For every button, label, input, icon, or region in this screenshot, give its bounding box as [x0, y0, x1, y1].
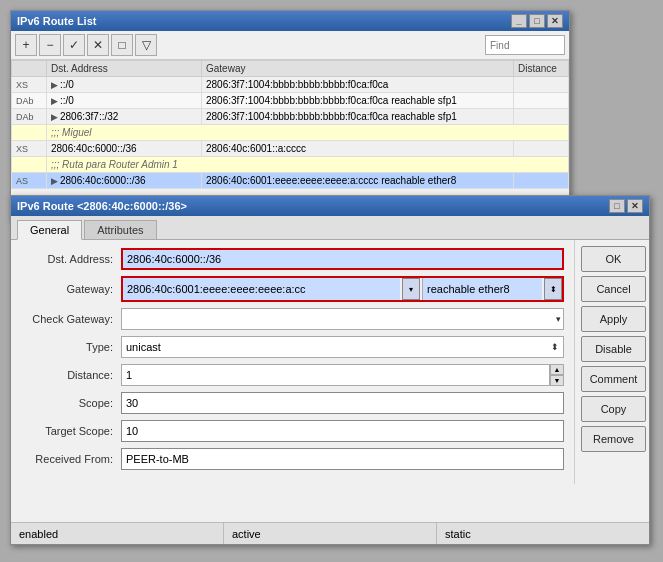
detail-title-btns: □ ✕ — [609, 199, 643, 213]
dst-address-label: Dst. Address: — [21, 253, 121, 265]
dst-address-input[interactable] — [121, 248, 564, 270]
check-gateway-row: Check Gateway: ▾ — [21, 308, 564, 330]
table-row[interactable]: DAb ▶2806:3f7::/32 2806:3f7:1004:bbbb:bb… — [12, 109, 569, 125]
toolbar: + − ✓ ✕ □ ▽ — [11, 31, 569, 60]
dist-cell — [514, 93, 569, 109]
check-gateway-label: Check Gateway: — [21, 313, 121, 325]
side-buttons: OK Cancel Apply Disable Comment Copy Rem… — [574, 240, 649, 484]
gateway-suffix-input[interactable] — [422, 278, 542, 300]
add-btn[interactable]: + — [15, 34, 37, 56]
tab-general[interactable]: General — [17, 220, 82, 240]
table-row[interactable]: XS 2806:40c:6000::/36 2806:40c:6001::a:c… — [12, 141, 569, 157]
dist-cell — [514, 77, 569, 93]
comment-button[interactable]: Comment — [581, 366, 646, 392]
route-list-window: IPv6 Route List _ □ ✕ + − ✓ ✕ □ ▽ Dst. A… — [10, 10, 570, 220]
type-label: Type: — [21, 341, 121, 353]
cross-btn[interactable]: ✕ — [87, 34, 109, 56]
dist-cell — [514, 173, 569, 189]
gateway-suffix-dropdown-btn[interactable]: ⬍ — [544, 278, 562, 300]
comment-cell: ;;; Ruta para Router Admin 1 — [47, 157, 569, 173]
flag-cell: XS — [12, 141, 47, 157]
route-detail-window: IPv6 Route <2806:40c:6000::/36> □ ✕ Gene… — [10, 195, 650, 545]
distance-up-btn[interactable]: ▲ — [550, 364, 564, 375]
dst-cell: ▶::/0 — [47, 77, 202, 93]
table-row-selected[interactable]: AS ▶2806:40c:6000::/36 2806:40c:6001:eee… — [12, 173, 569, 189]
gateway-input-group: ▾ ⬍ — [121, 276, 564, 302]
detail-close-btn[interactable]: ✕ — [627, 199, 643, 213]
table-scroll[interactable]: Dst. Address Gateway Distance XS ▶::/0 2… — [11, 60, 569, 209]
flag-cell: XS — [12, 77, 47, 93]
gw-cell: 2806:40c:6001::a:cccc — [202, 141, 514, 157]
status-static: static — [437, 523, 649, 544]
gw-cell: 2806:3f7:1004:bbbb:bbbb:bbbb:f0ca:f0ca — [202, 77, 514, 93]
route-list-content: + − ✓ ✕ □ ▽ Dst. Address Gateway Distanc… — [11, 31, 569, 209]
distance-down-btn[interactable]: ▼ — [550, 375, 564, 386]
comment-cell: ;;; Miguel — [47, 125, 569, 141]
filter-btn[interactable]: ▽ — [135, 34, 157, 56]
col-dst: Dst. Address — [47, 61, 202, 77]
route-list-title-bar[interactable]: IPv6 Route List _ □ ✕ — [11, 11, 569, 31]
distance-value: 1 — [126, 369, 132, 381]
route-detail-title: IPv6 Route <2806:40c:6000::/36> — [17, 200, 187, 212]
col-gateway: Gateway — [202, 61, 514, 77]
dist-cell — [514, 109, 569, 125]
flag-cell: AS — [12, 173, 47, 189]
flag-cell: DAb — [12, 109, 47, 125]
copy-button[interactable]: Copy — [581, 396, 646, 422]
gw-cell: 2806:3f7:1004:bbbb:bbbb:bbbb:f0ca:f0ca r… — [202, 109, 514, 125]
check-gateway-input[interactable]: ▾ — [121, 308, 564, 330]
distance-row: Distance: 1 ▲ ▼ — [21, 364, 564, 386]
table-row[interactable]: XS ▶::/0 2806:3f7:1004:bbbb:bbbb:bbbb:f0… — [12, 77, 569, 93]
gateway-input[interactable] — [123, 278, 400, 300]
table-row-comment[interactable]: ;;; Miguel — [12, 125, 569, 141]
ok-button[interactable]: OK — [581, 246, 646, 272]
gateway-label: Gateway: — [21, 283, 121, 295]
dst-cell: ▶2806:3f7::/32 — [47, 109, 202, 125]
tab-bar: General Attributes — [11, 216, 649, 240]
cancel-button[interactable]: Cancel — [581, 276, 646, 302]
type-input[interactable]: unicast ⬍ — [121, 336, 564, 358]
table-row[interactable]: DAb ▶::/0 2806:3f7:1004:bbbb:bbbb:bbbb:f… — [12, 93, 569, 109]
target-scope-input[interactable] — [121, 420, 564, 442]
status-bar: enabled active static — [11, 522, 649, 544]
gateway-row: Gateway: ▾ ⬍ — [21, 276, 564, 302]
gw-cell: 2806:40c:6001:eeee:eeee:eeee:a:cccc reac… — [202, 173, 514, 189]
remove-btn[interactable]: − — [39, 34, 61, 56]
detail-minimize-btn[interactable]: □ — [609, 199, 625, 213]
status-enabled: enabled — [11, 523, 224, 544]
col-flag — [12, 61, 47, 77]
apply-button[interactable]: Apply — [581, 306, 646, 332]
distance-label: Distance: — [21, 369, 121, 381]
received-from-row: Received From: — [21, 448, 564, 470]
gateway-dropdown-btn[interactable]: ▾ — [402, 278, 420, 300]
flag-cell: DAb — [12, 93, 47, 109]
route-detail-title-bar[interactable]: IPv6 Route <2806:40c:6000::/36> □ ✕ — [11, 196, 649, 216]
remove-button[interactable]: Remove — [581, 426, 646, 452]
dst-cell: 2806:40c:6000::/36 — [47, 141, 202, 157]
close-btn[interactable]: ✕ — [547, 14, 563, 28]
scope-row: Scope: — [21, 392, 564, 414]
minimize-btn[interactable]: _ — [511, 14, 527, 28]
maximize-btn[interactable]: □ — [529, 14, 545, 28]
status-active: active — [224, 523, 437, 544]
type-value: unicast — [126, 341, 161, 353]
col-distance: Distance — [514, 61, 569, 77]
table-row-comment[interactable]: ;;; Ruta para Router Admin 1 — [12, 157, 569, 173]
tab-attributes[interactable]: Attributes — [84, 220, 156, 239]
find-input[interactable] — [485, 35, 565, 55]
check-btn[interactable]: ✓ — [63, 34, 85, 56]
dist-cell — [514, 141, 569, 157]
dst-cell: ▶2806:40c:6000::/36 — [47, 173, 202, 189]
disable-button[interactable]: Disable — [581, 336, 646, 362]
flag-cell — [12, 157, 47, 173]
distance-input[interactable]: 1 — [121, 364, 550, 386]
title-bar-buttons: _ □ ✕ — [511, 14, 563, 28]
received-from-input[interactable] — [121, 448, 564, 470]
dst-address-row: Dst. Address: — [21, 248, 564, 270]
copy-btn[interactable]: □ — [111, 34, 133, 56]
received-from-label: Received From: — [21, 453, 121, 465]
gw-cell: 2806:3f7:1004:bbbb:bbbb:bbbb:f0ca:f0ca r… — [202, 93, 514, 109]
route-list-title: IPv6 Route List — [17, 15, 96, 27]
scope-input[interactable] — [121, 392, 564, 414]
target-scope-label: Target Scope: — [21, 425, 121, 437]
